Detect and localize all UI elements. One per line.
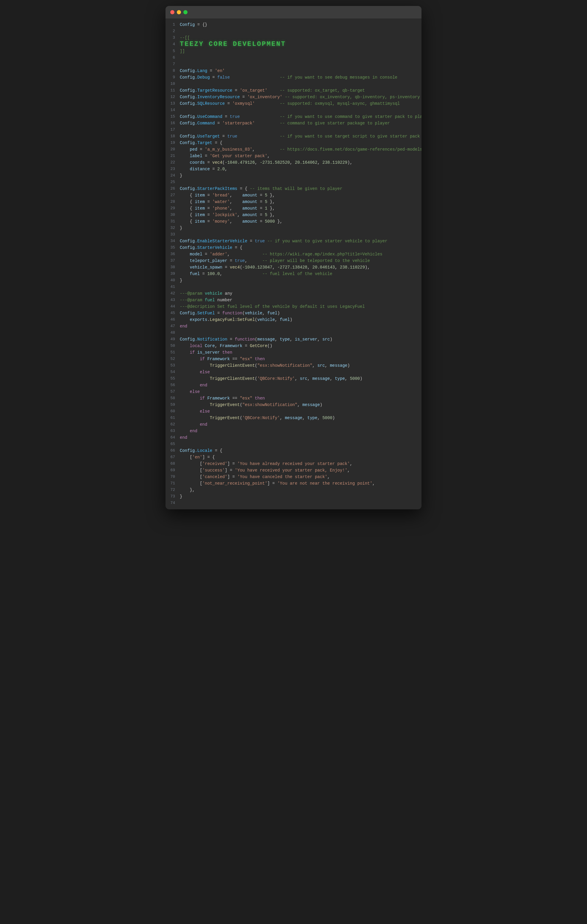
code-line: 64 end: [165, 434, 422, 441]
code-line: 5 ]]: [165, 48, 422, 54]
code-line: 69 ['success'] = 'You have received your…: [165, 467, 422, 474]
code-line: 70 ['canceled'] = 'You have canceled the…: [165, 474, 422, 480]
code-line: 8 Config.Lang = 'en': [165, 68, 422, 74]
code-line: 27 { item = 'bread', amount = 5 },: [165, 192, 422, 198]
code-line: 1 Config = {}: [165, 21, 422, 28]
code-line: 71 ['not_near_receiving_point'] = 'You a…: [165, 480, 422, 487]
maximize-button[interactable]: [183, 10, 188, 14]
code-line: 11 Config.TargetResource = 'ox_target' -…: [165, 87, 422, 94]
code-line: 43 ---@param fuel number: [165, 297, 422, 304]
code-line: 26 Config.StarterPackItems = { -- items …: [165, 185, 422, 192]
code-line: 15 Config.UseCommand = true -- if you wa…: [165, 114, 422, 120]
code-line: 53 TriggerClientEvent("esx:showNotificat…: [165, 362, 422, 369]
code-line: 66 Config.Locale = {: [165, 447, 422, 454]
code-line: 16 Config.Command = 'starterpack' -- com…: [165, 120, 422, 127]
code-line: 36 model = 'adder', -- https://wiki.rage…: [165, 251, 422, 257]
code-line: 29 { item = 'phone', amount = 1 },: [165, 205, 422, 212]
code-line: 56 end: [165, 382, 422, 388]
code-line: 44 ---@decription Set fuel level of the …: [165, 304, 422, 310]
code-line: 30 { item = 'lockpick', amount = 5 },: [165, 212, 422, 218]
code-line: 55 TriggerClientEvent('QBCore:Notify', s…: [165, 375, 422, 382]
code-line: 57 else: [165, 388, 422, 395]
code-line: 23 distance = 2.0,: [165, 166, 422, 172]
code-line: 34 Config.EnableStarterVehicle = true --…: [165, 238, 422, 244]
code-line: 25: [165, 179, 422, 185]
code-line: 65: [165, 441, 422, 447]
code-line: 2: [165, 28, 422, 35]
code-line: 7: [165, 61, 422, 68]
code-line: 10: [165, 81, 422, 87]
code-line: 21 label = 'Get your starter pack',: [165, 153, 422, 159]
code-line: 63 end: [165, 428, 422, 434]
code-line: 61 TriggerEvent('QBCore:Notify', message…: [165, 415, 422, 421]
code-line: 19 Config.Target = {: [165, 140, 422, 146]
code-line: 54 else: [165, 369, 422, 375]
code-line: 20 ped = 'a_m_y_business_03', -- https:/…: [165, 146, 422, 153]
code-line: 24 }: [165, 172, 422, 179]
editor-window: 1 Config = {} 2 3 --[[ 4 TEEZY CORE DEVE…: [165, 6, 422, 509]
code-line: 74: [165, 500, 422, 507]
code-line: 41: [165, 284, 422, 290]
code-line: 39 fuel = 100.0, -- fuel level of the ve…: [165, 271, 422, 277]
close-button[interactable]: [170, 10, 175, 14]
code-area: 1 Config = {} 2 3 --[[ 4 TEEZY CORE DEVE…: [165, 18, 422, 509]
code-line: 46 exports.LegacyFuel:SetFuel(vehicle, f…: [165, 317, 422, 323]
code-line: 51 if is_server then: [165, 349, 422, 356]
code-line: 42 ---@param vehicle any: [165, 290, 422, 297]
minimize-button[interactable]: [177, 10, 181, 14]
code-line: 14: [165, 107, 422, 114]
code-line: 33: [165, 231, 422, 238]
code-line: 45 Config.SetFuel = function(vehicle, fu…: [165, 310, 422, 317]
code-line: 22 coords = vec4(-1040.479126, -2731.582…: [165, 159, 422, 166]
code-line: 17: [165, 127, 422, 133]
code-line: 6: [165, 54, 422, 61]
code-line: 12 Config.InventoryResource = 'ox_invent…: [165, 94, 422, 100]
code-line: 35 Config.StarterVehicle = {: [165, 244, 422, 251]
code-line: 50 local Core, Framework = GetCore(): [165, 343, 422, 349]
code-line: 32 }: [165, 225, 422, 231]
code-line: 38 vehicle_spawn = vec4(-1040.123047, -2…: [165, 264, 422, 271]
code-line: 60 else: [165, 408, 422, 415]
code-line: 58 if Framework == "esx" then: [165, 395, 422, 402]
code-line: 3 --[[: [165, 35, 422, 41]
code-line: 48: [165, 330, 422, 336]
code-line-banner: 4 TEEZY CORE DEVELOPMENT: [165, 41, 422, 48]
code-line: 31 { item = 'money', amount = 5000 },: [165, 218, 422, 225]
code-line: 9 Config.Debug = false -- if you want to…: [165, 74, 422, 81]
code-line: 47 end: [165, 323, 422, 330]
code-line: 73 }: [165, 493, 422, 500]
code-line: 40 }: [165, 277, 422, 284]
code-line: 52 if Framework == "esx" then: [165, 356, 422, 362]
code-line: 13 Config.SQLResource = 'oxmysql' -- sup…: [165, 100, 422, 107]
code-line: 62 end: [165, 421, 422, 428]
code-line: 18 Config.UseTarget = true -- if you wan…: [165, 133, 422, 140]
code-line: 49 Config.Notification = function(messag…: [165, 336, 422, 343]
code-line: 28 { item = 'water', amount = 5 },: [165, 198, 422, 205]
code-line: 59 TriggerEvent("esx:showNotification", …: [165, 402, 422, 408]
code-line: 67 ['en'] = {: [165, 454, 422, 460]
titlebar: [165, 6, 422, 18]
code-line: 68 ['received'] = 'You have already rece…: [165, 460, 422, 467]
code-line: 72 },: [165, 487, 422, 493]
code-line: 37 teleport_player = true, -- player wil…: [165, 257, 422, 264]
